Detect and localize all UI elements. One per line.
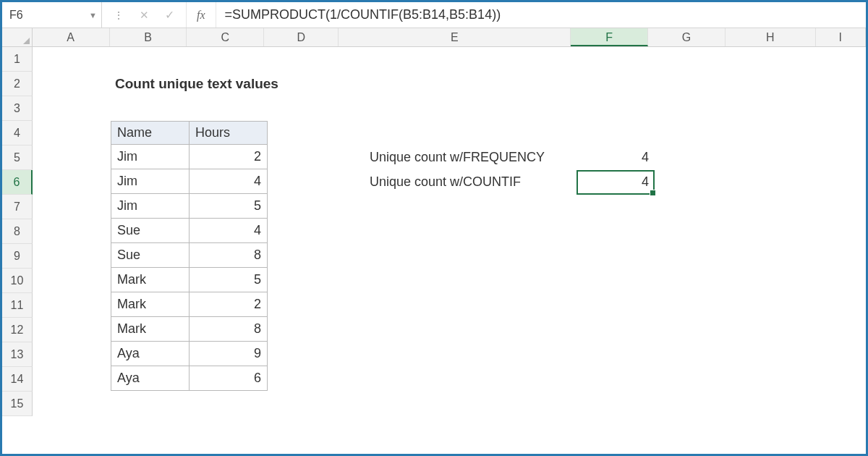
cell-hours[interactable]: 6 bbox=[190, 366, 268, 391]
cell-hours[interactable]: 4 bbox=[190, 169, 268, 194]
formula-input[interactable]: =SUMPRODUCT(1/COUNTIF(B5:B14,B5:B14)) bbox=[216, 2, 866, 28]
table-row: Mark8 bbox=[111, 317, 268, 342]
row-header-4[interactable]: 4 bbox=[2, 121, 33, 145]
column-header-H[interactable]: H bbox=[726, 28, 816, 46]
page-title: Count unique text values bbox=[115, 76, 278, 92]
result-value[interactable]: 4 bbox=[576, 150, 649, 165]
cells-area[interactable]: Count unique text values Name Hours Jim2… bbox=[33, 47, 866, 416]
active-cell-outline[interactable] bbox=[576, 170, 655, 195]
row-header-5[interactable]: 5 bbox=[2, 145, 33, 170]
cell-hours[interactable]: 2 bbox=[190, 145, 268, 169]
row-header-10[interactable]: 10 bbox=[2, 269, 33, 293]
cell-name[interactable]: Aya bbox=[111, 342, 190, 366]
dropdown-icon[interactable]: ▼ bbox=[89, 11, 97, 20]
formula-bar-buttons: ⋮ ✕ ✓ bbox=[102, 2, 187, 28]
data-table: Name Hours Jim2Jim4Jim5Sue4Sue8Mark5Mark… bbox=[111, 121, 268, 391]
select-all-corner[interactable] bbox=[2, 28, 33, 46]
row-header-7[interactable]: 7 bbox=[2, 195, 33, 219]
row-header-12[interactable]: 12 bbox=[2, 318, 33, 342]
fx-icon[interactable]: fx bbox=[187, 2, 216, 28]
row-header-9[interactable]: 9 bbox=[2, 244, 33, 269]
cell-name[interactable]: Mark bbox=[111, 292, 190, 317]
row-header-3[interactable]: 3 bbox=[2, 96, 33, 121]
table-row: Jim4 bbox=[111, 169, 268, 194]
row-header-14[interactable]: 14 bbox=[2, 367, 33, 392]
name-box[interactable]: F6 ▼ bbox=[2, 2, 102, 28]
table-row: Sue4 bbox=[111, 219, 268, 243]
row-headers: 123456789101112131415 bbox=[2, 47, 33, 416]
cell-hours[interactable]: 5 bbox=[190, 194, 268, 219]
column-header-D[interactable]: D bbox=[264, 28, 339, 46]
column-headers: ABCDEFGHI bbox=[2, 28, 866, 47]
cell-hours[interactable]: 8 bbox=[190, 243, 268, 268]
cell-name[interactable]: Sue bbox=[111, 219, 190, 243]
cell-hours[interactable]: 4 bbox=[190, 219, 268, 243]
cell-name[interactable]: Mark bbox=[111, 268, 190, 292]
column-header-E[interactable]: E bbox=[339, 28, 571, 46]
column-header-G[interactable]: G bbox=[648, 28, 726, 46]
result-label: Unique count w/COUNTIF bbox=[370, 174, 521, 190]
table-row: Mark5 bbox=[111, 268, 268, 292]
col-name-header[interactable]: Name bbox=[111, 122, 190, 145]
cell-reference: F6 bbox=[9, 9, 23, 22]
column-header-I[interactable]: I bbox=[816, 28, 866, 46]
cell-name[interactable]: Jim bbox=[111, 145, 190, 169]
cancel-icon[interactable]: ✕ bbox=[140, 9, 149, 22]
cell-hours[interactable]: 8 bbox=[190, 317, 268, 342]
table-row: Mark2 bbox=[111, 292, 268, 317]
row-header-13[interactable]: 13 bbox=[2, 342, 33, 367]
table-row: Aya6 bbox=[111, 366, 268, 391]
row-header-8[interactable]: 8 bbox=[2, 219, 33, 244]
cell-hours[interactable]: 9 bbox=[190, 342, 268, 366]
cell-name[interactable]: Aya bbox=[111, 366, 190, 391]
cell-hours[interactable]: 2 bbox=[190, 292, 268, 317]
column-header-C[interactable]: C bbox=[187, 28, 264, 46]
result-label: Unique count w/FREQUENCY bbox=[370, 150, 545, 165]
cell-hours[interactable]: 5 bbox=[190, 268, 268, 292]
cell-name[interactable]: Jim bbox=[111, 169, 190, 194]
row-header-11[interactable]: 11 bbox=[2, 293, 33, 318]
row-header-15[interactable]: 15 bbox=[2, 392, 33, 416]
column-header-A[interactable]: A bbox=[33, 28, 110, 46]
cell-name[interactable]: Jim bbox=[111, 194, 190, 219]
col-hours-header[interactable]: Hours bbox=[190, 122, 268, 145]
formula-bar: F6 ▼ ⋮ ✕ ✓ fx =SUMPRODUCT(1/COUNTIF(B5:B… bbox=[2, 2, 866, 28]
formula-text: =SUMPRODUCT(1/COUNTIF(B5:B14,B5:B14)) bbox=[225, 7, 501, 22]
spreadsheet-grid: 123456789101112131415 Count unique text … bbox=[2, 47, 866, 416]
cell-name[interactable]: Sue bbox=[111, 243, 190, 268]
table-row: Jim5 bbox=[111, 194, 268, 219]
table-header-row: Name Hours bbox=[111, 122, 268, 145]
confirm-icon[interactable]: ✓ bbox=[165, 8, 174, 22]
table-row: Aya9 bbox=[111, 342, 268, 366]
table-row: Sue8 bbox=[111, 243, 268, 268]
more-icon[interactable]: ⋮ bbox=[114, 9, 124, 21]
column-header-B[interactable]: B bbox=[110, 28, 187, 46]
cell-name[interactable]: Mark bbox=[111, 317, 190, 342]
row-header-1[interactable]: 1 bbox=[2, 47, 33, 72]
column-header-F[interactable]: F bbox=[571, 28, 648, 46]
row-header-2[interactable]: 2 bbox=[2, 72, 33, 96]
table-row: Jim2 bbox=[111, 145, 268, 169]
row-header-6[interactable]: 6 bbox=[2, 170, 33, 195]
